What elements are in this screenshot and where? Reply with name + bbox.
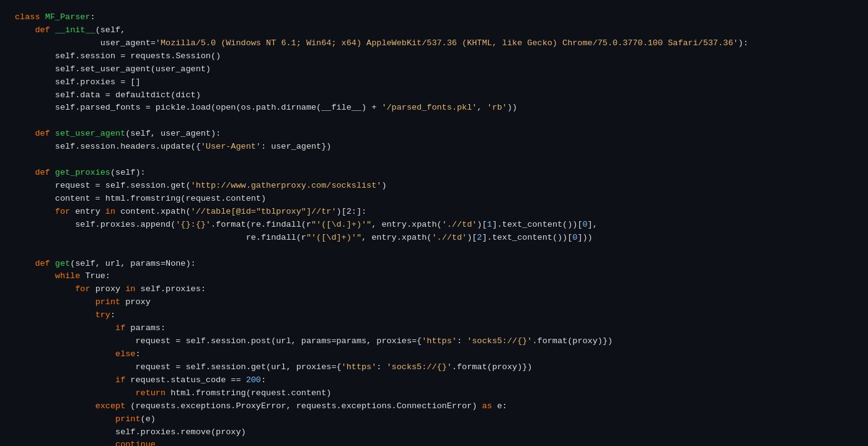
code-line-5: self.set_user_agent(user_agent) (15, 63, 853, 76)
code-editor: class MF_Parser: def __init__(self, user… (0, 0, 868, 446)
code-line-14: request = self.session.get('http://www.g… (15, 180, 853, 193)
code-line-16: for entry in content.xpath('//table[@id=… (15, 206, 853, 219)
code-line-29: if request.status_code == 200: (15, 374, 853, 387)
code-line-27: else: (15, 348, 853, 361)
code-line-6: self.proxies = [] (15, 76, 853, 89)
code-line-17: self.proxies.append('{}:{}'.format(re.fi… (15, 219, 853, 232)
code-line-2: def __init__(self, (15, 24, 853, 37)
code-line-24: try: (15, 309, 853, 322)
code-line-18: re.findall(r"'([\d]+)'", entry.xpath('./… (15, 232, 853, 245)
code-line-33: self.proxies.remove(proxy) (15, 426, 853, 439)
code-line-10: def set_user_agent(self, user_agent): (15, 128, 853, 141)
code-line-9 (15, 115, 853, 128)
code-line-25: if params: (15, 322, 853, 335)
code-line-30: return html.fromstring(request.content) (15, 387, 853, 400)
code-line-3: user_agent='Mozilla/5.0 (Windows NT 6.1;… (15, 37, 853, 50)
code-line-21: while True: (15, 270, 853, 283)
code-line-1: class MF_Parser: (15, 11, 853, 24)
code-line-13: def get_proxies(self): (15, 167, 853, 180)
code-line-19 (15, 245, 853, 258)
code-line-15: content = html.fromstring(request.conten… (15, 193, 853, 206)
code-line-7: self.data = defaultdict(dict) (15, 89, 853, 102)
code-line-23: print proxy (15, 296, 853, 309)
code-line-32: print(e) (15, 413, 853, 426)
code-line-4: self.session = requests.Session() (15, 50, 853, 63)
code-line-11: self.session.headers.update({'User-Agent… (15, 141, 853, 154)
code-line-34: continue (15, 439, 853, 446)
code-line-8: self.parsed_fonts = pickle.load(open(os.… (15, 102, 853, 115)
code-line-26: request = self.session.post(url, params=… (15, 335, 853, 348)
code-line-22: for proxy in self.proxies: (15, 283, 853, 296)
code-line-20: def get(self, url, params=None): (15, 258, 853, 271)
code-line-28: request = self.session.get(url, proxies=… (15, 361, 853, 374)
code-line-31: except (requests.exceptions.ProxyError, … (15, 400, 853, 413)
code-line-12 (15, 154, 853, 167)
